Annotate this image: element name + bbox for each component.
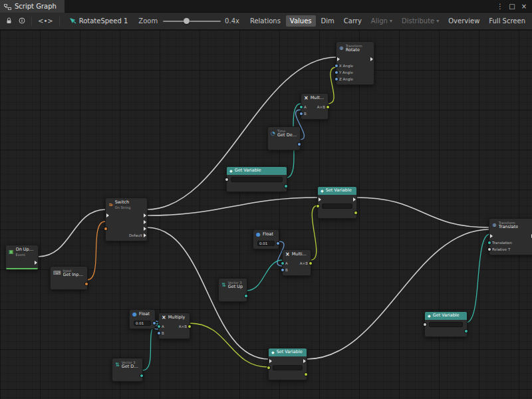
flow-port[interactable] (319, 198, 321, 201)
code-button[interactable]: <•> (35, 15, 57, 27)
node-rotate[interactable]: ⊕TransformRotateX AngleY AngleZ Angle (336, 41, 374, 85)
relative-t-port[interactable]: Relative T (490, 247, 510, 251)
zoom-slider[interactable] (163, 17, 221, 26)
node-set-variable-bottom[interactable]: ◆Set Variable (268, 348, 307, 380)
dim-button[interactable]: Dim (317, 15, 338, 27)
flow-port[interactable] (269, 359, 272, 363)
y-angle-port[interactable]: Y Angle (337, 70, 353, 74)
node-on-update[interactable]: ▣On UpdateEvent (5, 245, 39, 270)
value-field[interactable] (322, 203, 352, 209)
a-b-port[interactable]: A×B (179, 325, 189, 329)
b-port[interactable]: B (283, 268, 288, 272)
string-port[interactable] (106, 227, 108, 230)
distribute-button[interactable]: Distribute ▾ (398, 15, 443, 27)
node-multiply-top[interactable]: ×MultiplyAA×BB (301, 93, 329, 120)
a-b-port[interactable]: A×B (317, 105, 327, 109)
float-port[interactable] (298, 143, 299, 146)
a-b-port[interactable]: A×B (300, 261, 310, 265)
info-icon (19, 17, 25, 25)
maximize-icon[interactable]: □ (507, 3, 517, 10)
zoom-slider-thumb[interactable] (184, 18, 190, 24)
window-tab[interactable]: Script Graph (0, 0, 65, 13)
graph-canvas[interactable]: ⊕TransformRotateX AngleY AngleZ Angle×Mu… (0, 30, 532, 399)
a-port[interactable]: A (302, 105, 307, 109)
vector-port[interactable] (245, 295, 246, 297)
flow-port[interactable] (337, 57, 340, 61)
z-angle-port[interactable]: Z Angle (337, 77, 353, 81)
flow-port[interactable] (370, 57, 373, 61)
node-get-input-string[interactable]: ⌨InputGet Input String (50, 266, 88, 290)
flow-port[interactable] (35, 261, 37, 265)
vector-port-marker (488, 241, 491, 244)
info-button[interactable] (15, 15, 29, 27)
lock-button[interactable] (3, 15, 15, 27)
port-row (269, 364, 307, 371)
a-port[interactable]: A (160, 325, 164, 329)
overview-button[interactable]: Overview (444, 15, 483, 27)
relations-button[interactable]: Relations (246, 15, 285, 27)
string-port[interactable] (85, 283, 86, 285)
port-row: AA×B (283, 260, 311, 267)
b-port[interactable]: B (160, 331, 164, 335)
default-port[interactable]: Default (129, 233, 146, 237)
flow-port-marker (303, 359, 306, 363)
object-port[interactable] (426, 323, 427, 326)
lime-port[interactable] (305, 373, 306, 376)
full-screen-button[interactable]: Full Screen (485, 15, 529, 27)
value-field[interactable]: 0.01 (257, 241, 275, 246)
port-row (489, 233, 532, 239)
b-port[interactable]: B (302, 112, 307, 116)
node-title: Rotate (346, 48, 362, 53)
node-header: ◆Get Variable (227, 167, 287, 175)
flow-port[interactable] (144, 213, 146, 217)
values-button[interactable]: Values (286, 15, 316, 27)
port-row (269, 358, 307, 364)
node-translate[interactable]: ⊕TransformTranslateTranslationRelative T (489, 218, 532, 255)
align-button[interactable]: Align ▾ (367, 15, 396, 27)
value-field[interactable]: 0.01 (134, 321, 151, 326)
node-get-delta-time[interactable]: ◔TimeGet Delta Time (267, 126, 301, 150)
value-field[interactable] (273, 365, 303, 370)
node-set-variable-mid[interactable]: ◆Set Variable (317, 186, 357, 219)
float-port[interactable] (153, 322, 154, 325)
lime-port[interactable] (354, 211, 356, 214)
value-field[interactable] (429, 322, 463, 327)
node-float-mid[interactable]: ●Float0.01 (253, 229, 279, 249)
carry-button[interactable]: Carry (340, 15, 366, 27)
graph-breadcrumb[interactable]: RotateSpeed 1 (69, 17, 128, 25)
variable-icon: ◆ (321, 188, 324, 194)
node-header: ⋔SwitchOn String (106, 198, 147, 211)
float-port-marker (300, 112, 303, 115)
lime-port[interactable] (319, 205, 320, 207)
node-multiply-mid[interactable]: ×MultiplyAA×BB (282, 249, 311, 276)
wire-lime (190, 323, 269, 367)
menu-icon[interactable]: ⋮ (495, 3, 505, 10)
wire-flow (38, 209, 106, 257)
flow-port[interactable] (106, 213, 109, 217)
flow-port[interactable] (303, 359, 306, 363)
node-vector3-get-down[interactable]: ⇅Vector 3Get Down (112, 358, 143, 382)
flow-port[interactable] (144, 227, 146, 231)
node-get-variable-top[interactable]: ◆Get Variable (226, 166, 287, 192)
node-switch[interactable]: ⋔SwitchOn StringDefault (105, 198, 148, 241)
value-field[interactable] (231, 177, 283, 182)
a-port[interactable]: A (283, 261, 288, 265)
close-icon[interactable]: × (519, 3, 529, 10)
x-angle-port[interactable]: X Angle (337, 64, 353, 68)
object-port[interactable] (227, 178, 229, 181)
node-float-bottom[interactable]: ●Float0.01 (129, 309, 156, 329)
flow-port[interactable] (490, 234, 493, 238)
vector-port[interactable] (465, 330, 466, 332)
flow-port[interactable] (353, 198, 356, 201)
vector-port[interactable] (285, 185, 286, 188)
node-vector3-get-up[interactable]: ⇅Vector 3Get Up (218, 278, 247, 302)
flow-port-marker (106, 213, 109, 217)
node-multiply-bottom[interactable]: ×MultiplyAA×BB (158, 313, 190, 339)
translation-port[interactable]: Translation (490, 241, 512, 245)
node-title: Translate (499, 225, 519, 230)
float-port[interactable] (277, 242, 278, 245)
lime-port[interactable] (269, 366, 271, 369)
node-get-variable-right[interactable]: ◆Get Variable (424, 311, 467, 337)
flow-port[interactable] (144, 220, 146, 224)
vector-port[interactable] (140, 374, 142, 377)
